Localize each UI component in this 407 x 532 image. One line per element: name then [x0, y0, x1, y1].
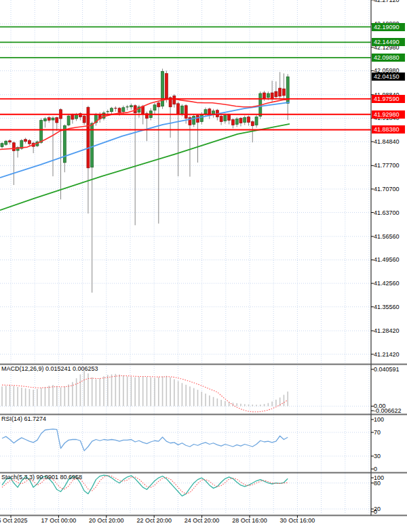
candle-bearish [56, 118, 58, 123]
candle-bearish [165, 73, 168, 98]
time-axis-label: 17 Oct 00:00 [41, 517, 77, 524]
candle-bearish [251, 122, 254, 126]
time-axis-label: 24 Oct 20:00 [185, 517, 220, 524]
candle-bullish [180, 106, 183, 113]
time-axis-label: 20 Oct 20:00 [89, 517, 124, 524]
price-badge-support: 41.92980 [372, 110, 405, 119]
price-axis-tick: 41.35560 [374, 303, 400, 310]
candle-bullish [130, 106, 132, 107]
macd-indicator-label: MACD(12,26,9) 0.015241 0.006253 [1, 365, 98, 372]
price-badge-resistance: 42.14490 [372, 38, 405, 46]
candle-bearish [263, 93, 266, 98]
candle-bearish [248, 117, 250, 123]
rsi-scale-label: 30 [374, 453, 381, 460]
candle-bullish [235, 119, 238, 125]
candle-bullish [43, 119, 46, 121]
time-axis-label: 30 Oct 16:00 [280, 517, 315, 524]
price-axis-tick: 41.21420 [374, 350, 400, 358]
rsi-scale-label: 100 [374, 416, 384, 424]
candle-bearish [9, 141, 12, 142]
candle-bullish [111, 108, 113, 112]
macd-scale-label: -0.006622 [374, 407, 402, 415]
candle-bearish [228, 115, 231, 121]
candle-bearish [12, 143, 15, 151]
candle-bearish [47, 118, 50, 121]
candle-bullish [204, 110, 207, 114]
panel-separator[interactable] [0, 515, 407, 516]
price-axis-tick: 41.42560 [374, 280, 400, 287]
candle-bearish [220, 117, 222, 122]
candle-bearish [185, 106, 187, 119]
stoch-scale-label: 0 [374, 508, 377, 516]
candle-bullish [255, 117, 258, 125]
price-badge-resistance: 42.19090 [372, 23, 405, 31]
price-badge-support: 41.97590 [372, 95, 405, 103]
price-badge-support: 41.88380 [372, 125, 405, 134]
candle-bullish [161, 71, 164, 106]
price-axis-tick: 41.63700 [374, 209, 400, 216]
candle-bearish [83, 116, 85, 123]
price-badge-resistance: 42.09880 [372, 54, 405, 62]
candle-bearish [239, 119, 242, 123]
stochastic-indicator-label: Stoch(5,3,3) 90.0901 80.6958 [1, 474, 82, 480]
stoch-scale-label: 80 [374, 479, 381, 487]
candle-bearish [118, 108, 121, 112]
trading-chart[interactable]: 42.2712042.1998042.1298042.0598041.98840… [0, 0, 407, 532]
panel-separator[interactable] [0, 414, 407, 415]
candle-bullish [153, 105, 156, 110]
chart-surface[interactable] [0, 0, 407, 532]
slow-ma-line [0, 124, 290, 210]
candle-bearish [282, 89, 285, 96]
candles-group [1, 68, 289, 292]
grid-lines [0, 0, 371, 514]
rsi-scale-label: 0 [374, 466, 377, 473]
candle-bullish [67, 116, 70, 125]
candle-bullish [40, 121, 43, 143]
macd-scale-label: 0.040591 [374, 366, 400, 373]
candle-bearish [197, 116, 199, 123]
price-axis-tick: 42.27120 [374, 0, 400, 3]
candle-bearish [275, 91, 277, 97]
time-axis-label: 22 Oct 20:00 [136, 517, 172, 524]
candle-bullish [1, 144, 3, 147]
candle-bearish [271, 93, 273, 99]
candle-bearish [24, 140, 27, 142]
candle-bullish [5, 141, 7, 144]
rsi-scale-label: 70 [374, 429, 381, 436]
price-badge-current: 42.04150 [372, 73, 405, 81]
candle-bullish [122, 108, 125, 112]
time-axis-label: 28 Oct 16:00 [232, 517, 267, 524]
candle-bearish [157, 103, 160, 107]
candle-bullish [200, 115, 203, 122]
candle-bearish [173, 96, 176, 104]
candle-bullish [193, 117, 195, 125]
candle-bearish [28, 140, 31, 144]
candle-bearish [87, 107, 90, 168]
candle-bearish [177, 104, 180, 115]
candle-bullish [244, 118, 246, 123]
candle-bearish [142, 106, 144, 115]
candle-bearish [71, 115, 74, 119]
candle-bearish [279, 88, 282, 96]
candle-bearish [231, 120, 234, 125]
rsi-indicator-label: RSI(14) 61.7274 [1, 415, 46, 422]
candle-bullish [267, 94, 269, 98]
candle-bullish [52, 118, 54, 120]
macd-panel [2, 371, 288, 412]
price-axis-tick: 41.70700 [374, 185, 400, 192]
price-axis-tick: 41.56560 [374, 232, 400, 240]
price-axis-tick: 41.28420 [374, 327, 400, 335]
price-axis-tick: 41.77700 [374, 162, 400, 169]
price-axis-tick: 41.49560 [374, 256, 400, 264]
candle-bullish [224, 116, 227, 121]
time-axis-label: 15 Oct 2025 [0, 517, 28, 524]
price-axis-tick: 41.84840 [374, 138, 400, 146]
